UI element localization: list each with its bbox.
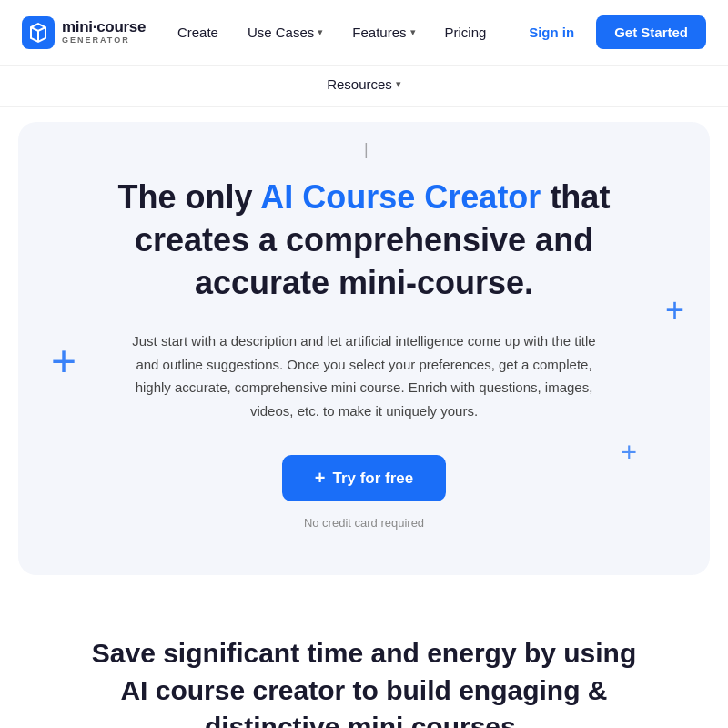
- try-btn-label: Try for free: [332, 470, 413, 488]
- plus-decoration-left: +: [51, 340, 76, 384]
- logo-icon: [22, 16, 55, 49]
- logo-sub-text: GENERATOR: [62, 36, 146, 46]
- plus-decoration-top: |: [364, 140, 369, 159]
- nav-features[interactable]: Features ▾: [339, 17, 428, 47]
- hero-title-highlight: AI Course Creator: [260, 178, 541, 216]
- nav-use-cases[interactable]: Use Cases ▾: [235, 17, 336, 47]
- bottom-title: Save significant time and energy by usin…: [91, 635, 637, 728]
- navbar-actions: Sign in Get Started: [518, 15, 706, 49]
- logo-main-text: mini·course: [62, 19, 146, 36]
- try-btn-plus-icon: +: [315, 468, 326, 489]
- navbar: mini·course GENERATOR Create Use Cases ▾…: [0, 0, 728, 66]
- hero-section: + + + | The only AI Course Creator that …: [18, 122, 710, 575]
- bottom-section: Save significant time and energy by usin…: [0, 590, 728, 728]
- logo-text: mini·course GENERATOR: [62, 19, 146, 46]
- hero-cta-container: + Try for free: [73, 455, 655, 512]
- no-credit-card-label: No credit card required: [73, 516, 655, 530]
- resources-row: Resources ▾: [0, 66, 728, 107]
- use-cases-chevron: ▾: [318, 26, 323, 38]
- try-for-free-button[interactable]: + Try for free: [282, 455, 447, 501]
- plus-decoration-right-bottom: +: [621, 439, 637, 466]
- nav-resources[interactable]: Resources ▾: [314, 69, 414, 99]
- features-chevron: ▾: [410, 26, 416, 38]
- nav-pricing[interactable]: Pricing: [432, 17, 500, 47]
- nav-create[interactable]: Create: [165, 17, 231, 47]
- resources-chevron: ▾: [396, 78, 401, 90]
- logo[interactable]: mini·course GENERATOR: [22, 16, 146, 49]
- hero-title: The only AI Course Creator that creates …: [100, 177, 628, 304]
- get-started-button[interactable]: Get Started: [596, 15, 706, 49]
- hero-description: Just start with a description and let ar…: [127, 329, 601, 422]
- plus-decoration-right-top: +: [665, 294, 684, 327]
- nav-center: Create Use Cases ▾ Features ▾ Pricing: [146, 17, 518, 47]
- sign-in-button[interactable]: Sign in: [518, 17, 585, 47]
